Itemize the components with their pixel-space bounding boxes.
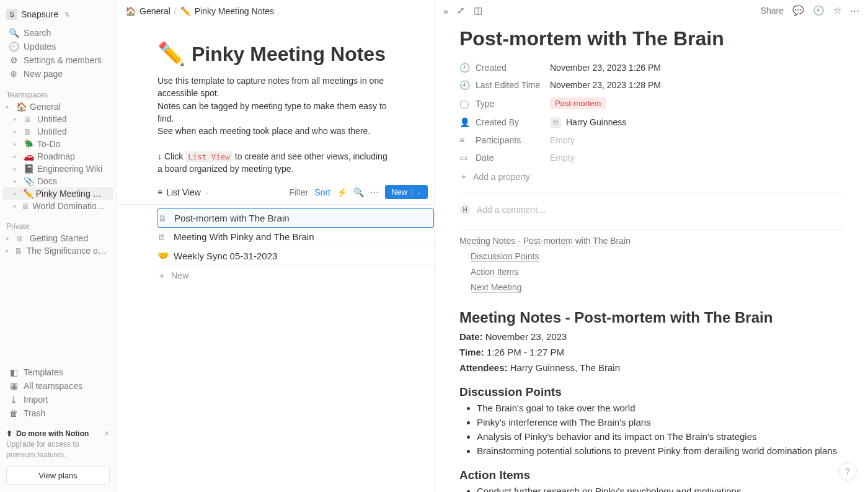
doc-line[interactable]: Date: November 23, 2023 (459, 331, 843, 342)
chevron-right-icon[interactable]: ▸ (6, 248, 12, 254)
nav-templates[interactable]: ◧ Templates (2, 365, 113, 379)
expand-icon[interactable]: ⤢ (457, 5, 465, 16)
prop-created-by[interactable]: 👤 Created By H Harry Guinness (459, 113, 843, 132)
prop-participants[interactable]: ≡ Participants Empty (459, 132, 843, 149)
toc-link[interactable]: Discussion Points (471, 251, 539, 262)
import-icon: ⤓ (9, 395, 19, 405)
page-icon: 🗎 (158, 213, 169, 223)
list-item[interactable]: The Brain's goal to take over the world (477, 403, 843, 413)
chevron-right-icon[interactable]: ▸ (14, 116, 21, 122)
sidebar-page[interactable]: ▸🗎The Significance of Gui… (2, 244, 113, 257)
breadcrumb-page[interactable]: Pinky Meeting Notes (195, 6, 274, 16)
teamspace-root[interactable]: ▸ 🏠 General (2, 101, 113, 113)
page-icon: 🗎 (15, 246, 24, 256)
chevron-right-icon[interactable]: ▸ (14, 141, 21, 147)
promo-box: ✕ ⬆ Do more with Notion Upgrade for acce… (6, 424, 110, 485)
sort-button[interactable]: Sort (314, 187, 330, 197)
toc-link[interactable]: Next Meeting (471, 282, 521, 293)
main: 🏠 General / ✏️ Pinky Meeting Notes ✏️ Pi… (117, 0, 868, 492)
user-chip[interactable]: H Harry Guinness (550, 117, 626, 128)
prop-created[interactable]: 🕘 Created November 23, 2023 1:26 PM (459, 59, 843, 76)
chevron-right-icon[interactable]: ▸ (14, 153, 21, 159)
chevron-right-icon[interactable]: ▸ (14, 128, 21, 135)
sidebar-page[interactable]: ▸🗎Untitled (2, 125, 113, 138)
doc-heading[interactable]: Meeting Notes - Post-mortem with The Bra… (459, 309, 843, 326)
share-button[interactable]: Share (761, 6, 784, 16)
doc-line[interactable]: Attendees: Harry Guinness, The Brain (459, 362, 843, 373)
nav-trash[interactable]: 🗑 Trash (2, 406, 113, 420)
database-row[interactable]: 🗎Post-mortem with The Brain (157, 208, 434, 228)
database-row[interactable]: 🤝Weekly Sync 05-31-2023 (157, 246, 434, 266)
sidebar-page[interactable]: ▸📎Docs (2, 175, 113, 187)
sidebar-page[interactable]: ▸✏️Pinky Meeting Notes (2, 187, 113, 200)
page-description[interactable]: Use this template to capture notes from … (117, 71, 434, 179)
type-tag[interactable]: Post-mortem (550, 97, 606, 109)
workspace-switcher[interactable]: S Snapsure ⇅ (0, 6, 116, 22)
page-icon: 🗎 (24, 127, 35, 136)
sidebar-page[interactable]: ▸🗎Untitled (2, 113, 113, 125)
list-item[interactable]: Conduct further research on Pinky's psyc… (477, 486, 843, 492)
new-button[interactable]: New ⌄ (385, 185, 428, 199)
chevron-right-icon[interactable]: ▸ (14, 166, 21, 172)
clock-icon[interactable]: 🕘 (813, 5, 825, 16)
sidebar-page[interactable]: ▸🚗Roadmap (2, 150, 113, 163)
table-of-contents: Meeting Notes - Post-mortem with The Bra… (459, 236, 843, 298)
grid-icon: ▦ (9, 381, 19, 391)
comment-icon[interactable]: 💬 (792, 5, 804, 16)
database-row[interactable]: 🗎Meeting With Pinky and The Brain (157, 228, 434, 246)
comment-input[interactable]: H Add a comment… (459, 200, 843, 223)
nav-updates[interactable]: 🕘 Updates (2, 40, 113, 53)
doc-line[interactable]: Time: 1:26 PM - 1:27 PM (459, 347, 843, 357)
sidebar-page[interactable]: ▸🪲To-Do (2, 138, 113, 150)
doc-subheading[interactable]: Discussion Points (459, 385, 843, 399)
new-row-button[interactable]: ＋New (157, 266, 434, 287)
filter-button[interactable]: Filter (289, 187, 308, 197)
view-selector[interactable]: ≡ List View ⌄ (157, 187, 210, 197)
list-item[interactable]: Pinky's interference with The Brain's pl… (477, 417, 843, 427)
more-icon[interactable]: ⋯ (850, 5, 859, 16)
prop-last-edited[interactable]: 🕘 Last Edited Time November 23, 2023 1:2… (459, 76, 843, 94)
bolt-icon[interactable]: ⚡ (337, 187, 347, 197)
chevron-right-icon[interactable]: ▸ (14, 203, 19, 209)
sidebar-page[interactable]: ▸📓Engineering Wiki (2, 163, 113, 175)
nav-all-teamspaces[interactable]: ▦ All teamspaces (2, 379, 113, 393)
sidebar-page[interactable]: ▸🗎Getting Started (2, 232, 113, 244)
more-icon[interactable]: ⋯ (370, 187, 379, 197)
right-topbar: » ⤢ ◫ Share 💬 🕘 ☆ ⋯ (435, 0, 868, 21)
chevron-right-icon[interactable]: ▸ (6, 104, 14, 110)
sidebar-page[interactable]: ▸🗎World Domination Sche… (2, 200, 113, 212)
clock-icon: 🕘 (459, 63, 471, 73)
page-emoji[interactable]: ✏️ (157, 41, 185, 67)
detail-title[interactable]: Post-mortem with The Brain (459, 21, 843, 59)
tag-icon: ◯ (459, 99, 471, 109)
prop-type[interactable]: ◯ Type Post-mortem (459, 94, 843, 113)
nav-search[interactable]: 🔍 Search (2, 26, 113, 40)
help-button[interactable]: ? (838, 462, 857, 481)
right-pane: » ⤢ ◫ Share 💬 🕘 ☆ ⋯ Post-mortem with The… (434, 0, 868, 492)
search-icon[interactable]: 🔍 (353, 187, 364, 197)
toc-link[interactable]: Action Items (471, 267, 518, 277)
prop-date[interactable]: ▭ Date Empty (459, 149, 843, 166)
nav-new-page[interactable]: ⊕ New page (2, 67, 113, 81)
list-item[interactable]: Analysis of Pinky's behavior and its imp… (477, 431, 843, 442)
chevron-right-icon[interactable]: ▸ (6, 235, 14, 241)
peek-mode-icon[interactable]: ◫ (474, 5, 482, 16)
toc-link[interactable]: Meeting Notes - Post-mortem with The Bra… (459, 236, 631, 246)
divider (459, 194, 843, 194)
chevrons-right-icon[interactable]: » (443, 6, 448, 16)
page-title[interactable]: Pinky Meeting Notes (192, 43, 386, 66)
chevron-right-icon[interactable]: ▸ (14, 190, 20, 197)
doc-subheading[interactable]: Action Items (459, 468, 843, 482)
trash-icon: 🗑 (9, 408, 19, 418)
add-property-button[interactable]: ＋ Add a property (459, 166, 843, 187)
page-emoji: 📓 (24, 164, 35, 174)
view-plans-button[interactable]: View plans (6, 467, 110, 485)
nav-settings[interactable]: ⚙ Settings & members (2, 53, 113, 67)
breadcrumb-root[interactable]: General (140, 6, 170, 16)
chevron-down-icon[interactable]: ⌄ (412, 189, 422, 195)
nav-import[interactable]: ⤓ Import (2, 393, 113, 406)
list-item[interactable]: Brainstorming potential solutions to pre… (477, 445, 843, 456)
close-icon[interactable]: ✕ (104, 429, 110, 438)
star-icon[interactable]: ☆ (833, 5, 841, 16)
chevron-right-icon[interactable]: ▸ (14, 178, 21, 184)
